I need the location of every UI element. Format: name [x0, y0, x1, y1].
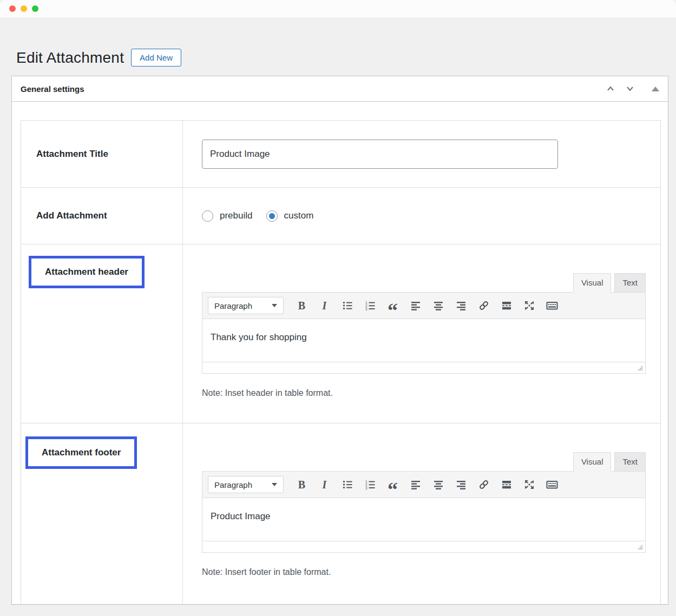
- attachment-title-label-cell: Attachment Title: [21, 121, 183, 188]
- custom-radio[interactable]: [266, 210, 278, 222]
- align-center-button[interactable]: [429, 476, 447, 493]
- toolbar-toggle-button[interactable]: [543, 476, 561, 493]
- bulleted-list-button[interactable]: [338, 476, 356, 493]
- italic-icon: I: [323, 300, 327, 312]
- bold-button[interactable]: B: [293, 476, 311, 493]
- collapse-toggle-button[interactable]: [651, 85, 660, 92]
- attachment-footer-label-cell: Attachment footer: [21, 423, 183, 605]
- prebuild-radio[interactable]: [202, 210, 213, 222]
- align-left-icon: [410, 479, 421, 490]
- header-editor-toolbar: Paragraph B I: [202, 292, 646, 319]
- fullscreen-button[interactable]: [520, 297, 538, 314]
- toolbar-toggle-icon: [546, 479, 558, 490]
- settings-table: Attachment Title Add Attachment prebuild: [21, 120, 661, 605]
- blockquote-button[interactable]: “: [384, 476, 402, 493]
- link-button[interactable]: [475, 297, 493, 314]
- bold-button[interactable]: B: [293, 297, 311, 314]
- italic-button[interactable]: I: [316, 297, 333, 314]
- header-editor-tabs: Visual Text: [202, 273, 646, 293]
- bulleted-list-icon: [342, 300, 353, 311]
- minimize-window-icon[interactable]: [21, 5, 27, 12]
- prebuild-radio-label[interactable]: prebuild: [220, 210, 253, 221]
- attachment-header-editor-cell: Visual Text Paragraph B I: [183, 244, 661, 423]
- attachment-title-input[interactable]: [202, 140, 558, 169]
- bulleted-list-button[interactable]: [338, 297, 356, 314]
- footer-editor-statusbar: [202, 541, 646, 553]
- panel-controls: [605, 83, 660, 94]
- read-more-button[interactable]: [497, 297, 515, 314]
- align-center-icon: [433, 479, 444, 490]
- header-editor-statusbar: [202, 362, 646, 374]
- attachment-title-field-cell: [183, 121, 661, 188]
- visual-tab[interactable]: Visual: [573, 452, 612, 472]
- link-button[interactable]: [475, 476, 493, 493]
- caret-down-icon: [272, 304, 277, 307]
- bold-icon: B: [298, 300, 305, 312]
- bold-icon: B: [298, 479, 305, 491]
- bulleted-list-icon: [342, 479, 353, 490]
- text-tab[interactable]: Text: [614, 452, 646, 472]
- attachment-footer-editor-cell: Visual Text Paragraph B I: [183, 423, 661, 605]
- align-left-button[interactable]: [406, 476, 424, 493]
- resize-grip-icon[interactable]: [637, 545, 643, 551]
- read-more-icon: [501, 300, 512, 311]
- numbered-list-button[interactable]: 1 2 3: [361, 476, 379, 493]
- table-row: Attachment Title: [21, 121, 661, 188]
- close-window-icon[interactable]: [9, 5, 16, 12]
- toolbar-toggle-button[interactable]: [543, 297, 561, 314]
- add-attachment-label-cell: Add Attachment: [21, 188, 183, 244]
- fullscreen-button[interactable]: [520, 476, 538, 493]
- footer-editor-content[interactable]: Product Image: [202, 498, 646, 541]
- header-editor-content[interactable]: Thank you for shopping: [202, 319, 646, 362]
- custom-radio-label[interactable]: custom: [284, 210, 314, 221]
- visual-tab[interactable]: Visual: [573, 273, 612, 293]
- blockquote-icon: “: [388, 487, 398, 492]
- blockquote-icon: “: [388, 308, 398, 313]
- add-attachment-field-cell: prebuild custom: [183, 188, 661, 244]
- link-icon: [478, 479, 489, 490]
- table-row: Attachment header Visual Text Paragraph: [21, 244, 661, 423]
- align-center-icon: [433, 300, 444, 311]
- zoom-window-icon[interactable]: [32, 5, 38, 12]
- attachment-header-label-cell: Attachment header: [21, 244, 183, 423]
- numbered-list-icon: 1 2 3: [365, 479, 376, 490]
- page-header: Edit Attachment Add New: [0, 17, 676, 76]
- align-right-button[interactable]: [452, 297, 470, 314]
- move-up-button[interactable]: [605, 83, 616, 94]
- svg-text:3: 3: [365, 307, 367, 311]
- footer-editor-toolbar: Paragraph B I: [202, 471, 646, 498]
- chevron-down-icon: [625, 84, 635, 93]
- fullscreen-icon: [524, 300, 535, 311]
- panel-header: General settings: [12, 76, 668, 102]
- paragraph-dropdown[interactable]: Paragraph: [208, 476, 284, 493]
- resize-grip-icon[interactable]: [637, 366, 643, 372]
- attachment-type-radio-group: prebuild custom: [202, 210, 660, 222]
- triangle-up-icon: [652, 87, 659, 91]
- blockquote-button[interactable]: “: [384, 297, 402, 314]
- chevron-up-icon: [606, 84, 615, 93]
- toolbar-toggle-icon: [546, 300, 558, 311]
- paragraph-dropdown[interactable]: Paragraph: [208, 297, 284, 314]
- panel-body: Attachment Title Add Attachment prebuild: [12, 102, 668, 605]
- add-new-button[interactable]: Add New: [131, 49, 181, 67]
- caret-down-icon: [272, 483, 277, 486]
- align-right-button[interactable]: [452, 476, 470, 493]
- attachment-footer-highlight-box: Attachment footer: [25, 436, 137, 469]
- fullscreen-icon: [524, 479, 535, 490]
- align-right-icon: [456, 479, 467, 490]
- italic-button[interactable]: I: [316, 476, 333, 493]
- read-more-icon: [501, 479, 512, 490]
- align-right-icon: [456, 300, 467, 311]
- attachment-header-label: Attachment header: [45, 267, 128, 277]
- text-tab[interactable]: Text: [614, 273, 646, 293]
- align-center-button[interactable]: [429, 297, 447, 314]
- window-titlebar: [0, 0, 676, 17]
- header-editor: Visual Text Paragraph B I: [202, 273, 646, 374]
- read-more-button[interactable]: [497, 476, 515, 493]
- general-settings-panel: General settings Attachment Title: [11, 76, 668, 605]
- move-down-button[interactable]: [624, 83, 636, 94]
- footer-note: Note: Insert footer in table format.: [202, 567, 646, 577]
- page-title: Edit Attachment: [16, 49, 124, 67]
- align-left-button[interactable]: [406, 297, 424, 314]
- numbered-list-button[interactable]: 1 2 3: [361, 297, 379, 314]
